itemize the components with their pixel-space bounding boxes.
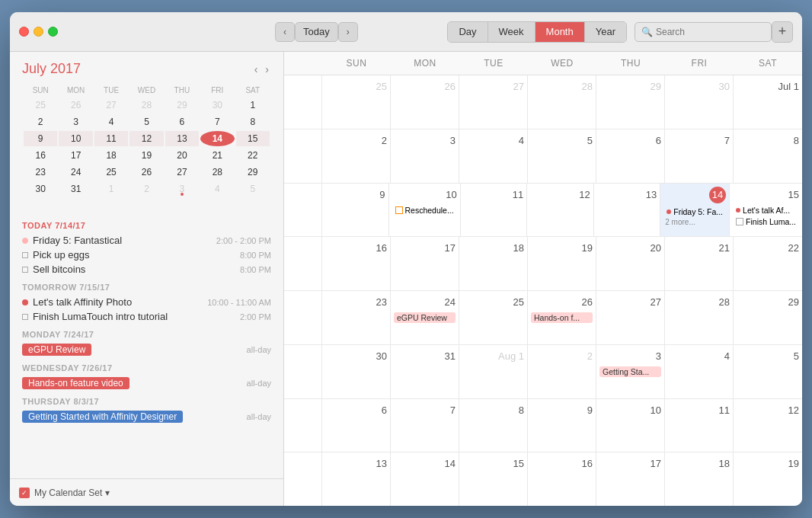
cal-day[interactable]: 27: [459, 75, 528, 129]
mini-cal-day[interactable]: 6: [165, 114, 199, 130]
mini-cal-day[interactable]: 2: [24, 114, 57, 130]
cal-day[interactable]: 27: [596, 291, 665, 344]
mini-cal-day[interactable]: 13: [165, 131, 199, 146]
add-event-button[interactable]: +: [772, 21, 793, 43]
event-item[interactable]: Sell bitcoins 8:00 PM: [22, 264, 271, 275]
mini-cal-day[interactable]: 30: [24, 181, 57, 197]
mini-cal-day[interactable]: 9: [24, 131, 57, 146]
cal-day[interactable]: 31: [391, 345, 459, 398]
view-year-button[interactable]: Year: [585, 22, 626, 42]
mini-cal-day[interactable]: 27: [94, 98, 128, 113]
event-item[interactable]: Hands-on feature video all-day: [22, 377, 271, 389]
next-nav-button[interactable]: ›: [338, 22, 358, 42]
cal-day[interactable]: 7: [391, 399, 459, 452]
mini-cal-day[interactable]: 5: [236, 181, 270, 197]
cal-day[interactable]: 29: [734, 291, 802, 344]
cal-day[interactable]: 8: [459, 399, 528, 452]
mini-cal-day[interactable]: 2: [129, 181, 163, 197]
cal-day[interactable]: 28: [528, 75, 596, 129]
prev-nav-button[interactable]: ‹: [275, 22, 295, 42]
cal-day[interactable]: 5: [528, 130, 596, 183]
mini-cal-day[interactable]: 21: [200, 148, 234, 163]
mini-cal-day[interactable]: 1: [94, 181, 128, 197]
cal-day[interactable]: 23: [322, 291, 391, 344]
mini-cal-day[interactable]: 3: [59, 114, 92, 130]
cal-day[interactable]: Jul 1: [734, 75, 802, 129]
mini-cal-day[interactable]: 10: [59, 131, 92, 146]
cal-day[interactable]: 16: [528, 452, 596, 506]
today-button[interactable]: Today: [295, 22, 338, 42]
cal-day[interactable]: 3: [391, 130, 459, 183]
event-item[interactable]: Let's talk Affinity Photo 10:00 - 11:00 …: [22, 296, 271, 308]
search-input[interactable]: [656, 27, 765, 37]
cal-day[interactable]: 21: [665, 237, 734, 290]
mini-cal-day[interactable]: 28: [129, 98, 163, 113]
cal-day[interactable]: 26 Hands-on f...: [528, 291, 596, 344]
cal-day[interactable]: 14: [391, 452, 459, 506]
close-button[interactable]: [19, 27, 29, 37]
mini-cal-day[interactable]: 29: [236, 165, 270, 180]
mini-cal-day[interactable]: 27: [165, 165, 199, 180]
search-box[interactable]: 🔍: [635, 22, 772, 42]
cal-day[interactable]: 6: [322, 399, 391, 452]
event-item[interactable]: Finish LumaTouch intro tutorial 2:00 PM: [22, 311, 271, 322]
cal-day[interactable]: 30: [322, 345, 391, 398]
cal-day[interactable]: 7: [665, 130, 734, 183]
cal-day[interactable]: 26: [391, 75, 459, 129]
cal-day[interactable]: 5: [734, 345, 802, 398]
cal-day[interactable]: 19: [734, 452, 802, 506]
mini-cal-day[interactable]: 16: [24, 148, 57, 163]
cal-day[interactable]: 24 eGPU Review: [391, 291, 459, 344]
event-item[interactable]: Getting Started with Affinity Designer a…: [22, 411, 271, 423]
cal-day[interactable]: 12: [527, 184, 594, 237]
cal-day[interactable]: 25: [459, 291, 528, 344]
cal-day-today[interactable]: 14 Friday 5: Fa... 2 more...: [660, 184, 730, 237]
cal-day[interactable]: 17: [596, 452, 665, 506]
more-events-link[interactable]: 2 more...: [663, 218, 726, 226]
mini-cal-day[interactable]: 18: [94, 148, 128, 163]
cal-day[interactable]: 2: [528, 345, 596, 398]
cal-day[interactable]: 22: [734, 237, 802, 290]
view-day-button[interactable]: Day: [448, 22, 488, 42]
cal-day[interactable]: 15: [459, 452, 528, 506]
cal-event[interactable]: Finish Luma...: [733, 216, 799, 227]
mini-cal-next[interactable]: ›: [263, 63, 271, 75]
cal-day[interactable]: 30: [665, 75, 734, 129]
mini-cal-day[interactable]: 15: [236, 131, 270, 146]
mini-cal-day[interactable]: 17: [59, 148, 92, 163]
cal-event[interactable]: Reschedule...: [392, 205, 457, 216]
mini-cal-day[interactable]: 12: [129, 131, 163, 146]
event-item[interactable]: Friday 5: Fantastical 2:00 - 2:00 PM: [22, 235, 271, 246]
mini-cal-day[interactable]: 11: [94, 131, 128, 146]
mini-cal-day[interactable]: 31: [59, 181, 92, 197]
mini-cal-day[interactable]: 3: [165, 181, 199, 197]
cal-day[interactable]: 20: [596, 237, 665, 290]
mini-cal-prev[interactable]: ‹: [252, 63, 261, 75]
mini-cal-day[interactable]: 28: [200, 165, 234, 180]
mini-cal-day[interactable]: 26: [129, 165, 163, 180]
cal-day[interactable]: 15 Let's talk Af... Finish Luma...: [730, 184, 802, 237]
cal-event[interactable]: eGPU Review: [394, 312, 456, 323]
cal-event[interactable]: Getting Sta...: [599, 366, 661, 377]
cal-day[interactable]: 13: [322, 452, 391, 506]
cal-day[interactable]: 4: [459, 130, 528, 183]
cal-day[interactable]: 16: [322, 237, 391, 290]
cal-day[interactable]: 28: [665, 291, 734, 344]
mini-cal-day[interactable]: 22: [236, 148, 270, 163]
cal-day[interactable]: 25: [322, 75, 391, 129]
cal-day[interactable]: 19: [528, 237, 596, 290]
mini-cal-day[interactable]: 23: [24, 165, 57, 180]
cal-day[interactable]: 8: [734, 130, 802, 183]
mini-cal-day[interactable]: 29: [165, 98, 199, 113]
mini-cal-day[interactable]: 8: [236, 114, 270, 130]
mini-cal-day[interactable]: 7: [200, 114, 234, 130]
cal-day[interactable]: 18: [459, 237, 528, 290]
mini-cal-day[interactable]: 24: [59, 165, 92, 180]
mini-cal-day[interactable]: 19: [129, 148, 163, 163]
cal-day[interactable]: 9: [322, 184, 389, 237]
mini-cal-day[interactable]: 4: [200, 181, 234, 197]
cal-day[interactable]: 4: [665, 345, 734, 398]
cal-day[interactable]: 18: [665, 452, 734, 506]
cal-event[interactable]: Let's talk Af...: [733, 205, 799, 216]
cal-day[interactable]: 9: [528, 399, 596, 452]
